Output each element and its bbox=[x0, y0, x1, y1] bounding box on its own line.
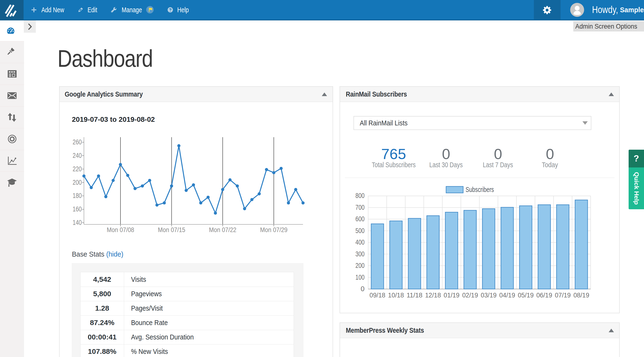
svg-text:600: 600 bbox=[356, 215, 364, 223]
svg-text:Mon 07/15: Mon 07/15 bbox=[158, 226, 186, 234]
svg-text:12/18: 12/18 bbox=[425, 291, 441, 299]
svg-text:10/18: 10/18 bbox=[388, 291, 404, 299]
svg-text:11/18: 11/18 bbox=[407, 291, 422, 299]
svg-text:500: 500 bbox=[356, 227, 364, 235]
svg-text:Mon 07/08: Mon 07/08 bbox=[107, 226, 134, 234]
svg-text:160: 160 bbox=[72, 205, 82, 213]
svg-text:01/19: 01/19 bbox=[444, 291, 460, 299]
svg-text:Mon 07/22: Mon 07/22 bbox=[209, 226, 236, 234]
svg-text:240: 240 bbox=[72, 152, 82, 159]
svg-text:06/19: 06/19 bbox=[536, 291, 552, 299]
svg-text:08/19: 08/19 bbox=[573, 291, 589, 299]
svg-text:200: 200 bbox=[356, 262, 364, 269]
svg-text:220: 220 bbox=[72, 165, 82, 173]
svg-text:200: 200 bbox=[72, 178, 82, 186]
svg-text:03/19: 03/19 bbox=[481, 291, 496, 299]
svg-text:100: 100 bbox=[356, 273, 364, 281]
svg-text:400: 400 bbox=[356, 238, 364, 246]
svg-text:0: 0 bbox=[361, 285, 364, 293]
svg-text:180: 180 bbox=[72, 192, 82, 199]
svg-text:700: 700 bbox=[356, 204, 364, 211]
svg-text:Subscribers: Subscribers bbox=[466, 186, 494, 193]
svg-text:05/19: 05/19 bbox=[518, 291, 534, 299]
svg-text:260: 260 bbox=[72, 138, 82, 146]
svg-text:300: 300 bbox=[356, 250, 364, 258]
svg-text:09/18: 09/18 bbox=[370, 291, 386, 299]
svg-text:Mon 07/29: Mon 07/29 bbox=[260, 226, 288, 234]
svg-text:07/19: 07/19 bbox=[555, 291, 571, 299]
svg-text:04/19: 04/19 bbox=[499, 291, 515, 299]
svg-text:800: 800 bbox=[356, 192, 364, 199]
svg-text:140: 140 bbox=[72, 219, 82, 226]
svg-text:02/19: 02/19 bbox=[462, 291, 478, 299]
